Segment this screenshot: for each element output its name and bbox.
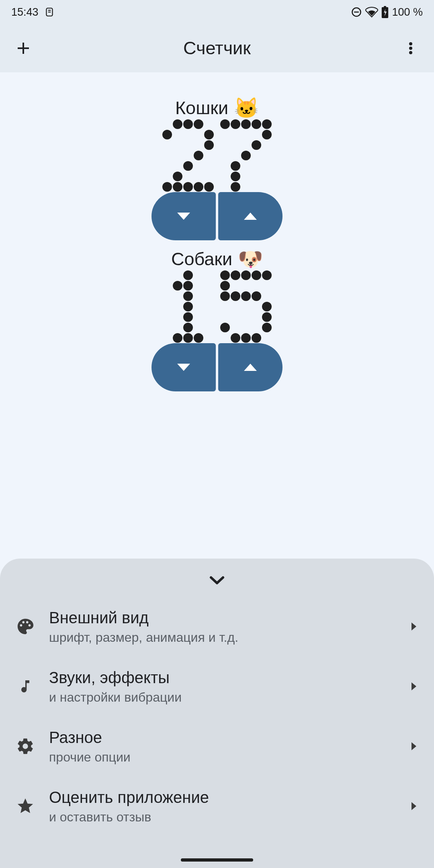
- wifi-icon: [365, 6, 378, 18]
- decrement-button[interactable]: [151, 192, 216, 240]
- decrement-button[interactable]: [151, 343, 216, 391]
- settings-item-title: Оценить приложение: [49, 787, 398, 807]
- counter-label: Кошки🐱: [175, 96, 259, 120]
- increment-button[interactable]: [218, 192, 283, 240]
- increment-button[interactable]: [218, 343, 283, 391]
- triangle-down-icon: [177, 213, 190, 220]
- counter-emoji: 🐱: [234, 96, 259, 120]
- status-time: 15:43: [11, 6, 39, 18]
- star-icon: [15, 796, 35, 816]
- settings-item-subtitle: и настройки вибрации: [49, 690, 398, 705]
- app-notification-icon: [44, 7, 55, 17]
- settings-item-subtitle: и оставить отзыв: [49, 810, 398, 825]
- triangle-up-icon: [244, 364, 257, 371]
- more-button[interactable]: [399, 36, 423, 60]
- chevron-down-icon: [208, 574, 226, 586]
- nav-home-pill[interactable]: [181, 858, 253, 862]
- do-not-disturb-icon: [351, 6, 362, 18]
- settings-item-music-note[interactable]: Звуки, эффектыи настройки вибрации: [0, 656, 434, 716]
- page-title: Счетчик: [35, 38, 399, 59]
- system-nav-bar: [0, 852, 434, 868]
- triangle-down-icon: [177, 364, 190, 371]
- triangle-up-icon: [244, 213, 257, 220]
- gear-icon: [15, 736, 35, 756]
- counter: Кошки🐱: [151, 96, 283, 240]
- chevron-right-icon: [411, 622, 416, 631]
- settings-item-gear[interactable]: Разноепрочие опции: [0, 716, 434, 776]
- sheet-collapse-button[interactable]: [0, 564, 434, 596]
- svg-point-8: [409, 47, 412, 50]
- settings-item-title: Разное: [49, 727, 398, 747]
- counter-buttons: [151, 343, 283, 391]
- chevron-right-icon: [411, 742, 416, 750]
- settings-sheet: Внешний видшрифт, размер, анимация и т.д…: [0, 559, 434, 868]
- status-bar: 15:43 100 %: [0, 0, 434, 24]
- counter-emoji: 🐶: [238, 248, 263, 271]
- status-battery-text: 100 %: [392, 6, 423, 18]
- counter-buttons: [151, 192, 283, 240]
- counter-list: Кошки🐱Собаки🐶: [0, 72, 434, 391]
- settings-item-subtitle: шрифт, размер, анимация и т.д.: [49, 630, 398, 645]
- counter-label: Собаки🐶: [171, 248, 263, 271]
- app-bar: Счетчик: [0, 24, 434, 72]
- settings-item-subtitle: прочие опции: [49, 750, 398, 765]
- chevron-right-icon: [411, 682, 416, 690]
- settings-item-palette[interactable]: Внешний видшрифт, размер, анимация и т.д…: [0, 596, 434, 656]
- plus-icon: [15, 40, 31, 56]
- counter-value[interactable]: [159, 117, 275, 194]
- music-note-icon: [15, 676, 35, 696]
- settings-item-title: Звуки, эффекты: [49, 667, 398, 688]
- settings-item-title: Внешний вид: [49, 608, 398, 628]
- palette-icon: [15, 616, 35, 637]
- add-button[interactable]: [11, 36, 35, 60]
- settings-item-star[interactable]: Оценить приложениеи оставить отзыв: [0, 776, 434, 836]
- counter-value[interactable]: [159, 268, 275, 345]
- chevron-right-icon: [411, 802, 416, 810]
- more-vert-icon: [403, 40, 419, 56]
- counter: Собаки🐶: [151, 248, 283, 391]
- svg-point-9: [409, 51, 412, 54]
- svg-rect-4: [384, 6, 386, 7]
- counter-label-text: Кошки: [175, 98, 228, 119]
- counter-label-text: Собаки: [171, 249, 232, 270]
- svg-point-7: [409, 42, 412, 45]
- battery-icon: [381, 6, 389, 18]
